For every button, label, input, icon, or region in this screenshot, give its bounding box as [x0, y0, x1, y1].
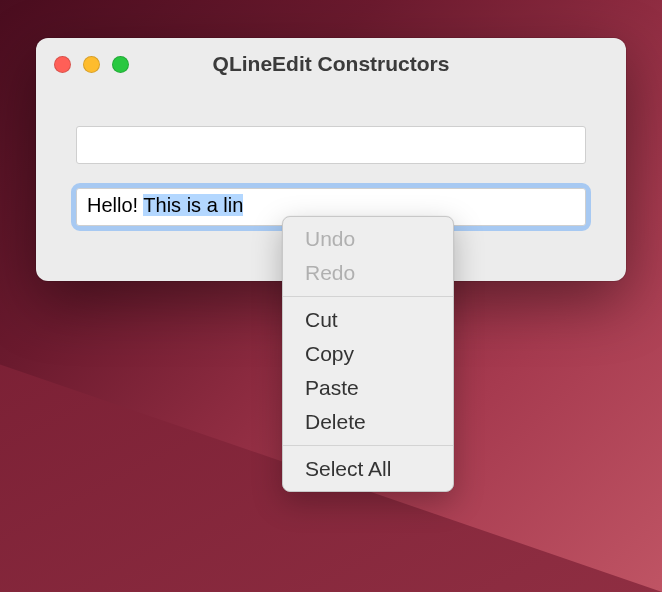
titlebar[interactable]: QLineEdit Constructors	[36, 38, 626, 90]
line-edit-1-wrap	[76, 126, 586, 164]
traffic-lights	[54, 56, 129, 73]
menu-item-paste[interactable]: Paste	[283, 371, 453, 405]
menu-separator	[283, 445, 453, 446]
menu-item-delete[interactable]: Delete	[283, 405, 453, 439]
menu-item-redo[interactable]: Redo	[283, 256, 453, 290]
minimize-icon[interactable]	[83, 56, 100, 73]
context-menu: Undo Redo Cut Copy Paste Delete Select A…	[282, 216, 454, 492]
line-edit-1[interactable]	[76, 126, 586, 164]
menu-separator	[283, 296, 453, 297]
line-edit-2-prefix: Hello!	[87, 194, 143, 216]
menu-item-copy[interactable]: Copy	[283, 337, 453, 371]
maximize-icon[interactable]	[112, 56, 129, 73]
menu-item-select-all[interactable]: Select All	[283, 452, 453, 486]
line-edit-2-selection: This is a lin	[143, 194, 243, 216]
menu-item-cut[interactable]: Cut	[283, 303, 453, 337]
menu-item-undo[interactable]: Undo	[283, 222, 453, 256]
close-icon[interactable]	[54, 56, 71, 73]
